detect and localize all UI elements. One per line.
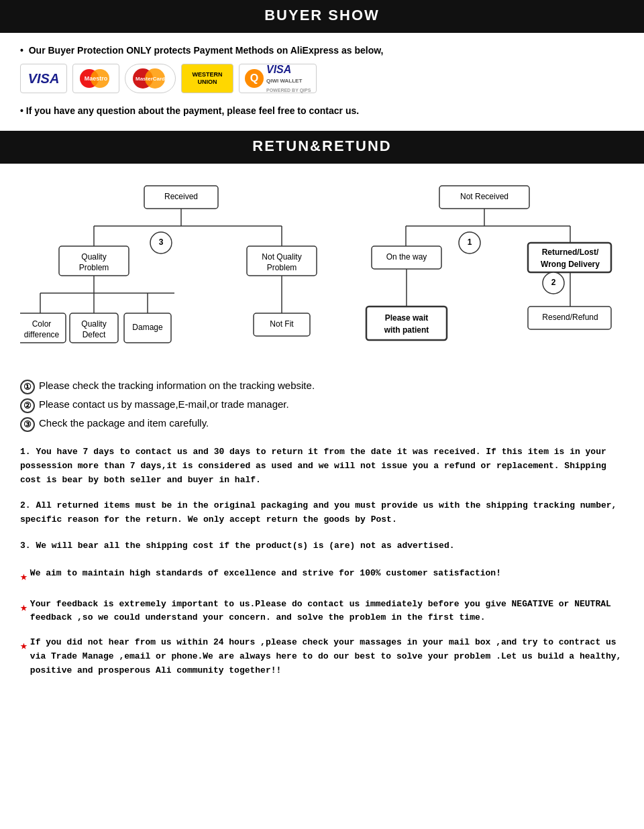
star-3-icon: ★ [20,637,28,656]
mastercard-card: MasterCard [125,64,176,93]
star-3-text: If you did not hear from us within 24 ho… [30,636,624,677]
policy-1-num: 1. [20,447,36,457]
policy-list: 1. You have 7 days to contact us and 30 … [20,445,624,553]
flowchart: Received 3 Quality Problem Not Qualit [20,176,624,366]
flowchart-svg: Received 3 Quality Problem Not Qualit [20,176,624,364]
policy-2: 2. All returned items must be in the ori… [20,499,624,527]
maestro-circles: Maestro [78,64,113,93]
wu-line2: UNION [193,78,223,86]
maestro-text: Maestro [78,75,113,82]
policy-2-text: All returned items must be in the origin… [20,500,616,524]
star-2-icon: ★ [20,598,28,618]
on-the-way-label: On the way [386,252,427,262]
payment-icons-row: VISA Maestro MasterCard [20,64,624,93]
star-1-icon: ★ [20,567,28,587]
quality-defect-label: Quality [81,319,106,329]
mastercard-circles: MasterCard [131,66,169,91]
badge-2-text: 2 [551,278,556,287]
please-wait-box [366,307,447,340]
qiwi-text: VISA QIWI WALLET POWERED BY QIPS [266,63,311,94]
not-quality-label: Not Quality [262,252,301,262]
qiwi-icon: Q [245,69,264,88]
star-items: ★ We aim to maintain high standards of e… [20,567,624,678]
instruction-3: ③ Check the package and item carefully. [20,417,624,432]
instruction-3-text: Check the package and item carefully. [39,417,209,429]
star-2-text: Your feedback is extremely important to … [30,598,624,626]
policy-3-num: 3. [20,541,36,551]
circle-1: ① [20,380,35,394]
instructions-list: ① Please check the tracking information … [20,380,624,432]
quality-defect-label2: Defect [83,330,106,339]
received-label: Received [164,192,198,201]
qiwi-visa-label: VISA [266,64,291,75]
star-item-1: ★ We aim to maintain high standards of e… [20,567,624,587]
circle-2: ② [20,398,35,413]
wrong-delivery-label: Wrong Delivery [541,260,600,269]
mc-text: MasterCard [131,76,169,82]
qiwi-wallet-label: QIWI WALLET [266,78,302,84]
buyer-show-header: BUYER SHOW [0,0,644,31]
policy-3: 3. We will bear all the shipping cost if… [20,539,624,553]
star-item-2: ★ Your feedback is extremely important t… [20,598,624,626]
policy-2-num: 2. [20,500,36,510]
policy-1-text: You have 7 days to contact us and 30 day… [20,447,606,485]
color-diff-label: Color [32,319,52,329]
retund-section: RETUN&RETUND Received 3 [0,131,644,696]
star-1-text: We aim to maintain high standards of exc… [30,567,501,581]
policy-1: 1. You have 7 days to contact us and 30 … [20,445,624,487]
instruction-2: ② Please contact us by massage,E-mail,or… [20,398,624,413]
instruction-1-text: Please check the tracking information on… [39,380,315,391]
contact-note: • If you have any question about the pay… [20,105,624,116]
buyer-show-section: BUYER SHOW • Our Buyer Protection ONLY p… [0,0,644,131]
color-diff-label2: difference [24,330,60,339]
badge-3-text: 3 [159,237,164,247]
qiwi-sub: POWERED BY QIPS [266,88,311,93]
resend-refund-label: Resend/Refund [542,313,598,322]
not-fit-label: Not Fit [270,319,294,329]
circle-3: ③ [20,417,35,432]
visa-label: VISA [28,71,60,87]
wu-text: WESTERN UNION [193,71,223,86]
please-wait-label: Please wait [385,313,429,323]
quality-problem-label: Quality [81,252,106,262]
badge-1-text: 1 [468,237,472,247]
policy-3-text: We will bear all the shipping cost if th… [36,541,454,551]
quality-problem-label2: Problem [79,263,109,272]
visa-card: VISA [20,64,67,93]
damage-label: Damage [132,323,163,332]
maestro-card: Maestro [72,64,119,93]
wu-line1: WESTERN [193,71,223,78]
instruction-1: ① Please check the tracking information … [20,380,624,394]
western-union-card: WESTERN UNION [181,64,233,93]
qiwi-card: Q VISA QIWI WALLET POWERED BY QIPS [239,64,317,93]
instruction-2-text: Please contact us by massage,E-mail,or t… [39,398,289,410]
star-item-3: ★ If you did not hear from us within 24 … [20,636,624,677]
not-received-label: Not Received [460,192,508,201]
please-wait-label2: with patient [384,325,429,335]
protection-note: • Our Buyer Protection ONLY protects Pay… [20,45,624,56]
not-quality-label2: Problem [267,263,297,272]
returned-label: Returned/Lost/ [542,247,599,257]
retund-header: RETUN&RETUND [0,131,644,162]
